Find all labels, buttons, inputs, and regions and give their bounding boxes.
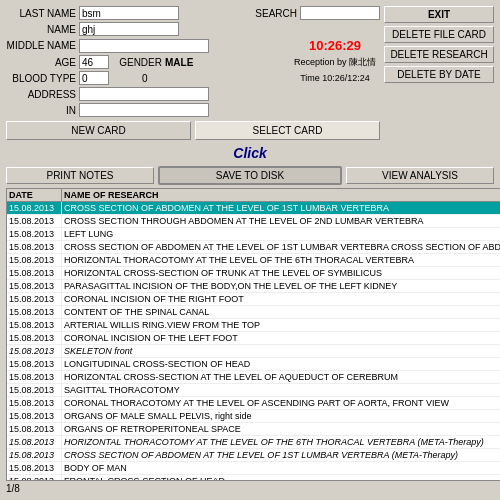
row-date: 15.08.2013	[7, 371, 62, 383]
row-date: 15.08.2013	[7, 202, 62, 214]
row-name: HORIZONTAL CROSS-SECTION AT THE LEVEL OF…	[62, 371, 500, 383]
table-row[interactable]: 15.08.2013CONTENT OF THE SPINAL CANAL	[7, 306, 500, 319]
table-row[interactable]: 15.08.2013CORONAL INCISION OF THE RIGHT …	[7, 293, 500, 306]
row-date: 15.08.2013	[7, 384, 62, 396]
time-full-label: Time 10:26/12:24	[290, 73, 380, 83]
age-input[interactable]	[79, 55, 109, 69]
table-row[interactable]: 15.08.2013BODY OF MAN	[7, 462, 500, 475]
in-row: IN	[6, 103, 380, 117]
row-date: 15.08.2013	[7, 345, 62, 357]
address-input[interactable]	[79, 87, 209, 101]
row-date: 15.08.2013	[7, 293, 62, 305]
table-row[interactable]: 15.08.2013HORIZONTAL THORACOTOMY AT THE …	[7, 436, 500, 449]
lastname-input[interactable]	[79, 6, 179, 20]
name-input[interactable]	[79, 22, 179, 36]
in-input[interactable]	[79, 103, 209, 117]
address-label: ADDRESS	[6, 89, 76, 100]
age-row: AGE GENDER MALE Reception by 陳北情	[6, 55, 380, 69]
new-card-button[interactable]: NEW CARD	[6, 121, 191, 140]
row-date: 15.08.2013	[7, 397, 62, 409]
gender-value: MALE	[165, 57, 193, 68]
exit-button[interactable]: EXIT	[384, 6, 494, 23]
row-name: LONGITUDINAL CROSS-SECTION OF HEAD	[62, 358, 500, 370]
row-date: 15.08.2013	[7, 423, 62, 435]
top-section: LAST NAME SEARCH NAME MIDDLE NAME 10:26:…	[6, 6, 494, 140]
row-name: LEFT LUNG	[62, 228, 500, 240]
row-date: 15.08.2013	[7, 449, 62, 461]
table-row[interactable]: 15.08.2013ORGANS OF RETROPERITONEAL SPAC…	[7, 423, 500, 436]
table-row[interactable]: 15.08.2013CROSS SECTION THROUGH ABDOMEN …	[7, 215, 500, 228]
form-area: LAST NAME SEARCH NAME MIDDLE NAME 10:26:…	[6, 6, 380, 140]
save-disk-button[interactable]: SAVE TO DISK	[158, 166, 342, 185]
row-name: CROSS SECTION OF ABDOMEN AT THE LEVEL OF…	[62, 202, 500, 214]
table-row[interactable]: 15.08.2013HORIZONTAL CROSS-SECTION AT TH…	[7, 371, 500, 384]
row-name: CROSS SECTION OF ABDOMEN AT THE LEVEL OF…	[62, 241, 500, 253]
row-name: PARASAGITTAL INCISION OF THE BODY,ON THE…	[62, 280, 500, 292]
table-row[interactable]: 15.08.2013HORIZONTAL THORACOTOMY AT THE …	[7, 254, 500, 267]
row-date: 15.08.2013	[7, 228, 62, 240]
research-table[interactable]: DATE NAME OF RESEARCH 15.08.2013CROSS SE…	[6, 188, 500, 481]
row-name: CORONAL INCISION OF THE LEFT FOOT	[62, 332, 500, 344]
table-row[interactable]: 15.08.2013CORONAL INCISION OF THE LEFT F…	[7, 332, 500, 345]
row-date: 15.08.2013	[7, 332, 62, 344]
row-name: CORONAL INCISION OF THE RIGHT FOOT	[62, 293, 500, 305]
row-date: 15.08.2013	[7, 306, 62, 318]
search-input[interactable]	[300, 6, 380, 20]
table-header: DATE NAME OF RESEARCH	[7, 189, 500, 202]
row-date: 15.08.2013	[7, 280, 62, 292]
blood-label: BLOOD TYPE	[6, 73, 76, 84]
age-label: AGE	[6, 57, 76, 68]
view-analysis-button[interactable]: VIEW ANALYSIS	[346, 167, 494, 184]
table-row[interactable]: 15.08.2013ARTERIAL WILLIS RING.VIEW FROM…	[7, 319, 500, 332]
delete-research-button[interactable]: DELETE RESEARCH	[384, 46, 494, 63]
table-row[interactable]: 15.08.2013LONGITUDINAL CROSS-SECTION OF …	[7, 358, 500, 371]
table-row[interactable]: 15.08.2013HORIZONTAL CROSS-SECTION OF TR…	[7, 267, 500, 280]
table-row[interactable]: 15.08.2013FRONTAL CROSS-SECTION OF HEAD	[7, 475, 500, 481]
table-row[interactable]: 15.08.2013PARASAGITTAL INCISION OF THE B…	[7, 280, 500, 293]
table-row[interactable]: 15.08.2013SAGITTAL THORACOTOMY	[7, 384, 500, 397]
row-name: HORIZONTAL THORACOTOMY AT THE LEVEL OF T…	[62, 436, 500, 448]
table-row[interactable]: 15.08.2013CROSS SECTION OF ABDOMEN AT TH…	[7, 241, 500, 254]
main-container: LAST NAME SEARCH NAME MIDDLE NAME 10:26:…	[0, 0, 500, 500]
blood-input[interactable]	[79, 71, 109, 85]
left-lower: DATE NAME OF RESEARCH 15.08.2013CROSS SE…	[6, 188, 500, 494]
row-date: 15.08.2013	[7, 267, 62, 279]
row-name: ARTERIAL WILLIS RING.VIEW FROM THE TOP	[62, 319, 500, 331]
row-name: CORONAL THORACOTOMY AT THE LEVEL OF ASCE…	[62, 397, 500, 409]
middlename-input[interactable]	[79, 39, 209, 53]
row-name: CROSS SECTION THROUGH ABDOMEN AT THE LEV…	[62, 215, 500, 227]
delete-file-button[interactable]: DELETE FILE CARD	[384, 26, 494, 43]
row-name: HORIZONTAL CROSS-SECTION OF TRUNK AT THE…	[62, 267, 500, 279]
toolbar: PRINT NOTES SAVE TO DISK VIEW ANALYSIS	[6, 166, 494, 185]
address-row: ADDRESS	[6, 87, 380, 101]
row-date: 15.08.2013	[7, 319, 62, 331]
middlename-label: MIDDLE NAME	[6, 40, 76, 51]
table-row[interactable]: 15.08.2013ORGANS OF MALE SMALL PELVIS, r…	[7, 410, 500, 423]
print-notes-button[interactable]: PRINT NOTES	[6, 167, 154, 184]
table-row[interactable]: 15.08.2013CORONAL THORACOTOMY AT THE LEV…	[7, 397, 500, 410]
row-name: FRONTAL CROSS-SECTION OF HEAD	[62, 475, 500, 481]
row-date: 15.08.2013	[7, 475, 62, 481]
table-row[interactable]: 15.08.2013SKELETON front	[7, 345, 500, 358]
row-name: HORIZONTAL THORACOTOMY AT THE LEVEL OF T…	[62, 254, 500, 266]
right-panel: EXIT DELETE FILE CARD DELETE RESEARCH DE…	[384, 6, 494, 140]
name-label: NAME	[6, 24, 76, 35]
row-date: 15.08.2013	[7, 254, 62, 266]
click-label: Click	[6, 145, 494, 161]
table-row[interactable]: 15.08.2013CROSS SECTION OF ABDOMEN AT TH…	[7, 449, 500, 462]
row-name: CROSS SECTION OF ABDOMEN AT THE LEVEL OF…	[62, 449, 500, 461]
bloodtype-row: BLOOD TYPE 0 Time 10:26/12:24	[6, 71, 380, 85]
card-buttons: NEW CARD SELECT CARD	[6, 121, 380, 140]
row-name: CONTENT OF THE SPINAL CANAL	[62, 306, 500, 318]
select-card-button[interactable]: SELECT CARD	[195, 121, 380, 140]
table-row[interactable]: 15.08.2013CROSS SECTION OF ABDOMEN AT TH…	[7, 202, 500, 215]
delete-date-button[interactable]: DELETE BY DATE	[384, 66, 494, 83]
row-name: SKELETON front	[62, 345, 500, 357]
row-date: 15.08.2013	[7, 241, 62, 253]
row-date: 15.08.2013	[7, 410, 62, 422]
row-date: 15.08.2013	[7, 358, 62, 370]
time-display: 10:26:29	[290, 38, 380, 53]
row-date: 15.08.2013	[7, 436, 62, 448]
main-lower: DATE NAME OF RESEARCH 15.08.2013CROSS SE…	[6, 188, 494, 494]
table-row[interactable]: 15.08.2013LEFT LUNG	[7, 228, 500, 241]
